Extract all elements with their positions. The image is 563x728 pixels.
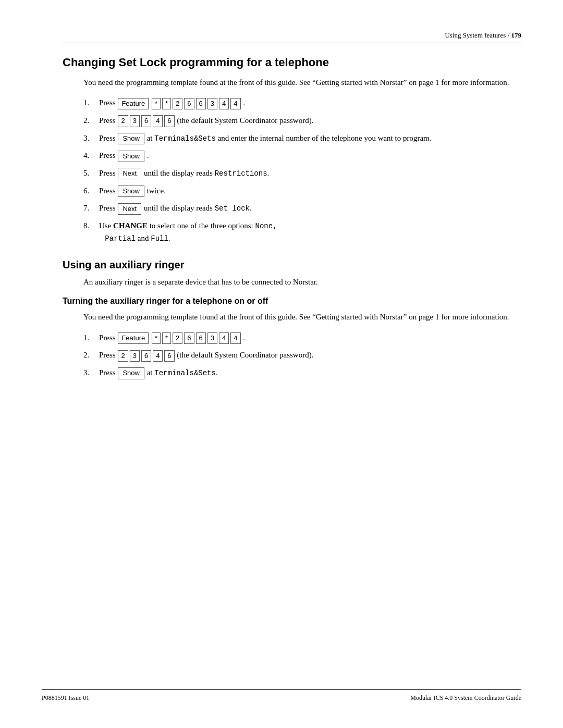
step-2-content: Press 23646 (the default System Coordina… [99,115,521,127]
page-header: Using System features / 179 [63,31,521,43]
page-footer: P0881591 Issue 01 Modular ICS 4.0 System… [42,689,521,702]
step-5: 5. Press Next until the display reads Re… [83,167,521,180]
header-label: Using System features / [445,31,511,39]
key-2b: 2 [118,115,128,127]
step-4-num: 4. [83,150,99,162]
key-3-sub2: 3 [130,350,140,362]
subsection-intro: You need the programming template found … [83,311,521,323]
step-2: 2. Press 23646 (the default System Coord… [83,115,521,127]
key-4b: 4 [230,98,240,109]
section1-title: Changing Set Lock programming for a tele… [63,56,521,69]
step-7-content: Press Next until the display reads Set l… [99,202,521,215]
sub-step-1-num: 1. [83,332,99,344]
page: Using System features / 179 Changing Set… [0,0,563,728]
section-auxiliary-ringer: Using an auxiliary ringer An auxiliary r… [63,259,521,379]
key-seq-sub1: **266344 [151,332,241,344]
key-4c: 4 [153,115,163,127]
step-6: 6. Press Show twice. [83,185,521,198]
section1-steps: 1. Press Feature **266344 . 2. Press 236… [83,97,521,244]
step-6-content: Press Show twice. [99,185,521,198]
sub-step-3: 3. Press Show at Terminals&Sets. [83,367,521,379]
key-star2: * [162,98,171,109]
step-1-content: Press Feature **266344 . [99,97,521,109]
step-2-num: 2. [83,115,99,127]
header-text: Using System features / 179 [445,31,521,40]
key-star-s1: * [152,332,161,344]
page-number: 179 [511,31,522,39]
step-5-content: Press Next until the display reads Restr… [99,167,521,180]
key-star-s2: * [162,332,171,344]
key-6-s2: 6 [196,332,206,344]
section1-intro: You need the programming template found … [83,77,521,89]
key-show-sub3: Show [118,367,144,379]
key-6d: 6 [164,115,174,127]
sub-step-3-content: Press Show at Terminals&Sets. [99,367,521,379]
step-4-content: Press Show . [99,150,521,162]
key-4a: 4 [219,98,229,109]
key-seq-sub2: 23646 [117,350,175,362]
key-4-s2: 4 [230,332,240,344]
key-6b: 6 [196,98,206,109]
option-none: None, [255,222,277,230]
step-6-num: 6. [83,185,99,198]
sub-step-2: 2. Press 23646 (the default System Coord… [83,349,521,362]
key-seq-1: **266344 [151,98,241,109]
step-8-num: 8. [83,220,99,244]
step-1-num: 1. [83,97,99,109]
key-2-s: 2 [173,332,182,344]
key-4-s1: 4 [219,332,229,344]
sub-step-2-num: 2. [83,349,99,362]
step-3: 3. Press Show at Terminals&Sets and ente… [83,132,521,145]
key-seq-2: 23646 [117,115,175,127]
sub-step-3-num: 3. [83,367,99,379]
key-next-7: Next [118,203,141,215]
step-5-num: 5. [83,167,99,180]
key-next-5: Next [118,168,141,179]
step-8-content: Use CHANGE to select one of the three op… [99,220,521,244]
section2-title: Using an auxiliary ringer [63,259,521,271]
step-3-content: Press Show at Terminals&Sets and enter t… [99,132,521,145]
key-3b: 3 [130,115,140,127]
step-7: 7. Press Next until the display reads Se… [83,202,521,215]
terminals-sets-3: Terminals&Sets [154,134,216,143]
terminals-sets-sub3: Terminals&Sets [154,369,216,377]
key-6a: 6 [184,98,194,109]
display-restrictions: Restrictions [215,169,267,178]
footer-right: Modular ICS 4.0 System Coordinator Guide [410,694,521,702]
step-1: 1. Press Feature **266344 . [83,97,521,109]
sub-step-1: 1. Press Feature **266344 . [83,332,521,344]
key-show-4: Show [118,151,144,162]
key-2a: 2 [173,98,182,109]
sub-step-2-content: Press 23646 (the default System Coordina… [99,349,521,362]
key-6-s1: 6 [184,332,194,344]
section-changing-set-lock: Changing Set Lock programming for a tele… [63,56,521,244]
step-3-num: 3. [83,132,99,145]
footer-left: P0881591 Issue 01 [42,694,89,702]
step-7-num: 7. [83,202,99,215]
step-8: 8. Use CHANGE to select one of the three… [83,220,521,244]
key-feature: Feature [118,98,149,109]
key-6b-sub2: 6 [164,350,174,362]
option-full: Full [151,235,168,243]
option-partial: Partial [105,235,136,243]
subsection-title: Turning the auxiliary ringer for a telep… [63,297,521,306]
subsection-turning: Turning the auxiliary ringer for a telep… [63,297,521,379]
sub-step-1-content: Press Feature **266344 . [99,332,521,344]
step-4: 4. Press Show . [83,150,521,162]
key-3-s: 3 [207,332,217,344]
display-setlock: Set lock [215,204,250,213]
section2-intro: An auxiliary ringer is a separate device… [83,276,521,288]
key-4-sub2: 4 [153,350,163,362]
key-show-6: Show [118,186,144,197]
subsection-steps: 1. Press Feature **266344 . 2. Press 236… [83,332,521,379]
key-6-sub2: 6 [141,350,151,362]
key-2-sub2: 2 [118,350,128,362]
key-feature-sub1: Feature [118,332,149,344]
key-3a: 3 [207,98,217,109]
key-show-3: Show [118,133,144,144]
key-6c: 6 [141,115,151,127]
change-label: CHANGE [113,221,148,230]
key-star1: * [152,98,161,109]
